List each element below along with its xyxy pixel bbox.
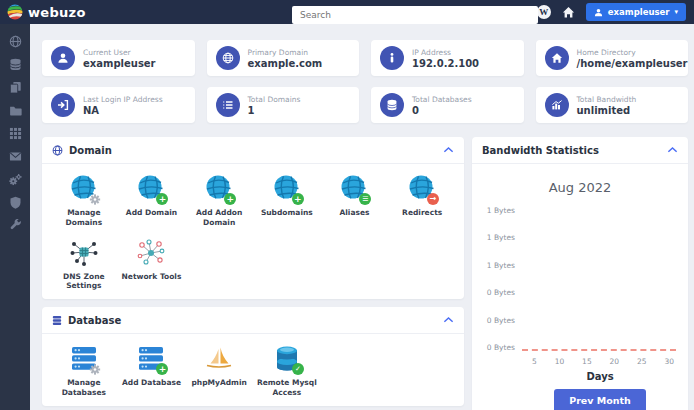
info-cards: Current User exampleuser Primary Domain … (42, 40, 688, 123)
y-tick: 1 Bytes (482, 261, 515, 270)
user-menu-label: exampleuser (608, 7, 670, 17)
y-tick: 1 Bytes (482, 233, 515, 242)
feature-add-domain[interactable]: + Add Domain (118, 174, 186, 228)
sidebar-item-files files-icon[interactable] (9, 81, 22, 94)
feature-label: Add Database (122, 378, 181, 388)
feature-phpmyadmin[interactable]: phpMyAdmin (185, 344, 253, 398)
wordpress-icon[interactable]: W (537, 5, 551, 19)
info-icon (380, 46, 404, 70)
feature-aliases[interactable]: ☰ Aliases (321, 174, 389, 228)
card-label: Last Login IP Address (83, 95, 163, 104)
sidebar-item-tools wrench-icon[interactable] (9, 219, 22, 232)
user-menu-button[interactable]: exampleuser ▾ (586, 3, 686, 21)
card-home-directory: Home Directory /home/exampleuser (536, 40, 689, 76)
domain-panel: Domain Manage Domains (42, 137, 464, 299)
sidebar-item-email mail-icon[interactable] (9, 150, 22, 163)
sidebar-item-domain globe-icon[interactable] (9, 35, 22, 48)
chart-title: Aug 2022 (482, 180, 678, 195)
manage-domains-icon (69, 174, 99, 204)
sign-in-icon (51, 93, 75, 117)
card-value: NA (83, 105, 163, 116)
card-label: Home Directory (577, 48, 688, 57)
card-primary-domain: Primary Domain example.com (207, 40, 360, 76)
x-tick: 30 (664, 357, 674, 366)
feature-label: phpMyAdmin (191, 378, 246, 388)
card-label: Total Databases (412, 95, 472, 104)
logo-text: webuzo (28, 5, 86, 20)
bandwidth-chart: Aug 2022 1 Bytes 1 Bytes 1 Bytes 0 Bytes… (472, 164, 688, 410)
redirects-icon: → (407, 174, 437, 204)
sidebar-item-security shield-icon[interactable] (9, 196, 22, 209)
x-tick: 10 (555, 357, 565, 366)
feature-manage-domains[interactable]: Manage Domains (50, 174, 118, 228)
feature-label: Manage Domains (53, 208, 115, 228)
aliases-icon: ☰ (339, 174, 369, 204)
sidebar-item-database database-icon[interactable] (9, 58, 22, 71)
feature-add-database[interactable]: + Add Database (118, 344, 186, 398)
bandwidth-panel: Bandwidth Statistics Aug 2022 1 Bytes 1 … (472, 137, 688, 410)
domain-panel-header: Domain (42, 137, 464, 164)
chart-x-axis: 5 10 15 20 25 30 (522, 353, 678, 366)
feature-label: Network Tools (122, 272, 182, 282)
x-tick: 5 (532, 357, 537, 366)
x-tick: 20 (610, 357, 620, 366)
topbar: webuzo W exampleuser ▾ (0, 0, 694, 24)
feature-label: Aliases (339, 208, 369, 218)
card-total-bandwidth: Total Bandwidth unlimited (536, 87, 689, 123)
card-ip-address: IP Address 192.0.2.100 (371, 40, 524, 76)
feature-add-addon-domain[interactable]: + Add Addon Domain (185, 174, 253, 228)
prev-month-button[interactable]: Prev Month (554, 389, 646, 410)
collapse-chevron-icon[interactable] (667, 146, 678, 154)
card-label: Total Bandwidth (577, 95, 637, 104)
feature-dns-zone-settings[interactable]: DNS Zone Settings (50, 238, 118, 292)
feature-manage-databases[interactable]: Manage Databases (50, 344, 118, 398)
y-tick: 0 Bytes (482, 343, 515, 352)
chart-icon (545, 93, 569, 117)
domain-items: Manage Domains + Add Domain + (42, 164, 464, 299)
feature-redirects[interactable]: → Redirects (388, 174, 456, 228)
database-panel-header: Database (42, 307, 464, 334)
search-input[interactable] (292, 6, 538, 24)
collapse-chevron-icon[interactable] (443, 316, 454, 324)
card-label: Current User (83, 48, 156, 57)
subdomains-icon: + (272, 174, 302, 204)
card-label: IP Address (412, 48, 479, 57)
panel-title: Database (68, 315, 121, 326)
home-icon[interactable] (562, 6, 575, 19)
add-database-icon: + (136, 344, 166, 374)
sidebar-item-apps apps-grid-icon[interactable] (9, 127, 22, 140)
sidebar-item-folders folder-icon[interactable] (9, 104, 22, 117)
card-label: Primary Domain (248, 48, 323, 57)
feature-label: Redirects (402, 208, 442, 218)
database-items: Manage Databases + Add Database ph (42, 334, 464, 406)
feature-network-tools[interactable]: Network Tools (118, 238, 186, 292)
card-value: 192.0.2.100 (412, 58, 479, 69)
add-addon-domain-icon: + (204, 174, 234, 204)
sidebar-item-services gears-icon[interactable] (9, 173, 22, 186)
globe-icon (216, 46, 240, 70)
database-icon (52, 315, 62, 326)
user-icon (51, 46, 75, 70)
main-content: Current User exampleuser Primary Domain … (30, 24, 694, 410)
chart-plot-area (522, 207, 678, 353)
x-tick: 25 (637, 357, 647, 366)
panel-title: Domain (69, 145, 112, 156)
card-value: 1 (248, 105, 301, 116)
feature-label: Remote Mysql Access (256, 378, 318, 398)
webuzo-logo[interactable]: webuzo (0, 4, 86, 20)
card-value: unlimited (577, 105, 637, 116)
feature-remote-mysql-access[interactable]: ✓ Remote Mysql Access (253, 344, 321, 398)
dns-zone-icon (69, 238, 99, 268)
phpmyadmin-icon (204, 344, 234, 374)
y-tick: 0 Bytes (482, 288, 515, 297)
collapse-chevron-icon[interactable] (443, 146, 454, 154)
feature-label: Add Domain (126, 208, 177, 218)
card-value: exampleuser (83, 58, 156, 69)
card-value: 0 (412, 105, 472, 116)
feature-label: DNS Zone Settings (53, 272, 115, 292)
feature-label: Manage Databases (53, 378, 115, 398)
card-last-login-ip: Last Login IP Address NA (42, 87, 195, 123)
y-tick: 1 Bytes (482, 206, 515, 215)
feature-subdomains[interactable]: + Subdomains (253, 174, 321, 228)
remote-mysql-icon: ✓ (272, 344, 302, 374)
